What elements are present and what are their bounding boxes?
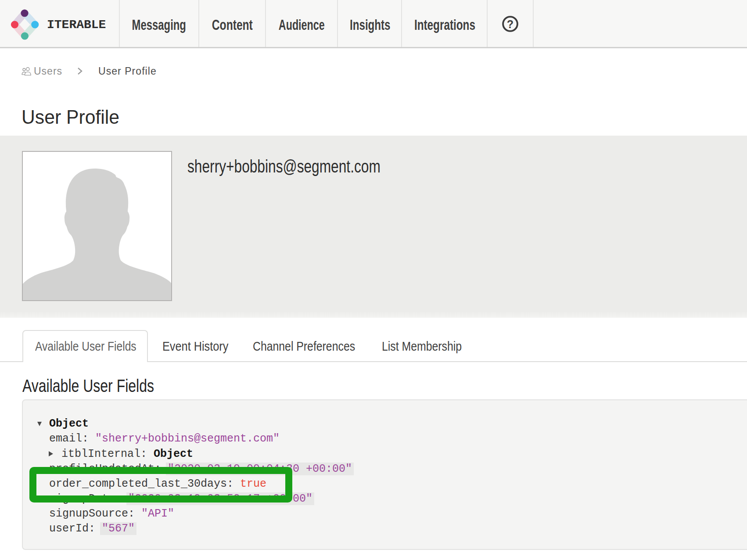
svg-text:?: ? (507, 18, 514, 30)
